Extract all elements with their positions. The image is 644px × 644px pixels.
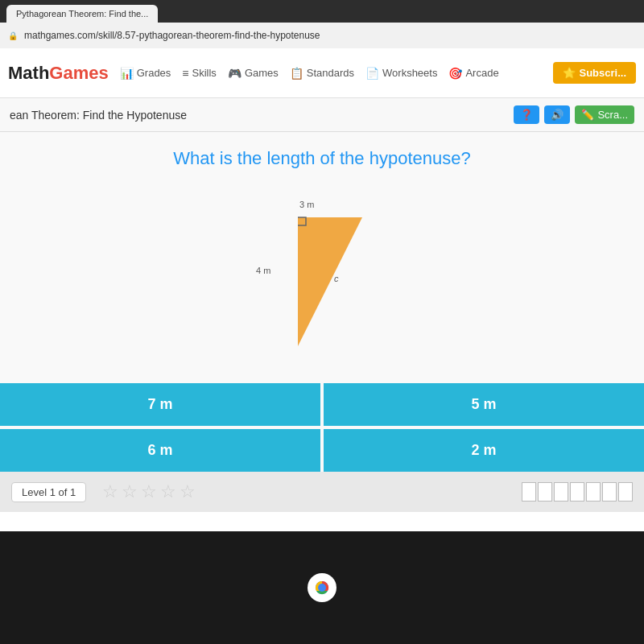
- tab-bar: Pythagorean Theorem: Find the...: [0, 0, 644, 23]
- nav-skills[interactable]: ≡ Skills: [182, 67, 217, 80]
- breadcrumb: ean Theorem: Find the Hypotenuse: [10, 109, 187, 122]
- help-button[interactable]: ❓: [514, 105, 539, 124]
- lock-icon: 🔒: [8, 31, 18, 40]
- address-text: mathgames.com/skill/8.57-pythagorean-the…: [24, 30, 320, 41]
- skills-icon: ≡: [182, 67, 188, 80]
- browser-chrome: Pythagorean Theorem: Find the... 🔒 mathg…: [0, 0, 644, 48]
- nav-grades-label: Grades: [137, 67, 171, 79]
- nav-games[interactable]: 🎮 Games: [228, 67, 279, 80]
- tab-label: Pythagorean Theorem: Find the...: [16, 9, 148, 19]
- games-icon: 🎮: [228, 67, 242, 80]
- bottom-bar: Level 1 of 1 ☆ ☆ ☆ ☆ ☆: [0, 472, 644, 512]
- answer-button-7m[interactable]: 7 m: [0, 383, 320, 426]
- nav-worksheets[interactable]: 📄 Worksheets: [365, 67, 437, 80]
- subscribe-button[interactable]: ⭐ Subscri...: [553, 62, 636, 84]
- progress-box-3: [554, 482, 568, 502]
- scratch-button[interactable]: ✏️ Scra...: [575, 105, 634, 124]
- subscribe-label: Subscri...: [579, 67, 626, 79]
- subscribe-star-icon: ⭐: [563, 67, 576, 79]
- audio-icon: 🔊: [551, 109, 564, 121]
- main-content: What is the length of the hypotenuse? 3 …: [0, 132, 644, 512]
- question-text: What is the length of the hypotenuse?: [0, 148, 644, 169]
- scratch-pencil-icon: ✏️: [581, 109, 594, 121]
- nav-arcade[interactable]: 🎯 Arcade: [448, 67, 498, 80]
- progress-box-4: [570, 482, 584, 502]
- sub-header-actions: ❓ 🔊 ✏️ Scra...: [514, 105, 634, 124]
- side-b-label: 4 m: [256, 266, 270, 275]
- worksheets-icon: 📄: [365, 67, 379, 80]
- nav-standards-label: Standards: [307, 67, 354, 79]
- nav-arcade-label: Arcade: [465, 67, 498, 79]
- logo-games: Games: [49, 63, 108, 83]
- nav-games-label: Games: [245, 67, 279, 79]
- nav-grades[interactable]: 📊 Grades: [120, 67, 171, 80]
- active-tab[interactable]: Pythagorean Theorem: Find the...: [6, 5, 158, 23]
- progress-box-2: [538, 482, 552, 502]
- grades-icon: 📊: [120, 67, 134, 80]
- hypotenuse-label: c: [334, 274, 339, 283]
- audio-button[interactable]: 🔊: [544, 105, 570, 124]
- nav-standards[interactable]: 📋 Standards: [290, 67, 354, 80]
- chrome-logo: [308, 573, 336, 602]
- nav-skills-label: Skills: [192, 67, 217, 79]
- nav-bar: MathGames 📊 Grades ≡ Skills 🎮 Games 📋 St…: [0, 48, 644, 98]
- answer-button-5m[interactable]: 5 m: [324, 383, 644, 426]
- sub-header: ean Theorem: Find the Hypotenuse ❓ 🔊 ✏️ …: [0, 98, 644, 132]
- progress-box-6: [602, 482, 617, 502]
- triangle-container: 3 m 4 m c: [258, 201, 386, 354]
- stars-container: ☆ ☆ ☆ ☆ ☆: [102, 481, 196, 502]
- progress-box-1: [522, 482, 536, 502]
- triangle-diagram: [258, 201, 386, 354]
- star-4: ☆: [160, 481, 176, 502]
- nav-worksheets-label: Worksheets: [382, 67, 437, 79]
- progress-box-5: [586, 482, 601, 502]
- level-badge: Level 1 of 1: [11, 482, 86, 502]
- progress-box-7: [618, 482, 633, 502]
- answer-grid: 7 m 5 m 6 m 2 m: [0, 383, 644, 472]
- progress-boxes: [522, 482, 633, 502]
- svg-point-3: [318, 584, 326, 592]
- svg-marker-0: [298, 217, 362, 346]
- site-wrapper: MathGames 📊 Grades ≡ Skills 🎮 Games 📋 St…: [0, 48, 644, 531]
- scratch-label: Scra...: [597, 109, 628, 121]
- star-2: ☆: [122, 481, 138, 502]
- answer-button-6m[interactable]: 6 m: [0, 429, 320, 472]
- diagram-area: 3 m 4 m c: [0, 185, 644, 370]
- help-icon: ❓: [520, 109, 533, 121]
- standards-icon: 📋: [290, 67, 303, 80]
- logo-math: Math: [8, 63, 49, 83]
- address-bar[interactable]: 🔒 mathgames.com/skill/8.57-pythagorean-t…: [0, 23, 644, 48]
- star-5: ☆: [180, 481, 196, 502]
- bottom-screen: [0, 531, 644, 644]
- answer-button-2m[interactable]: 2 m: [324, 429, 644, 472]
- star-1: ☆: [102, 481, 118, 502]
- arcade-icon: 🎯: [448, 67, 462, 80]
- star-3: ☆: [141, 481, 157, 502]
- site-logo[interactable]: MathGames: [8, 63, 109, 84]
